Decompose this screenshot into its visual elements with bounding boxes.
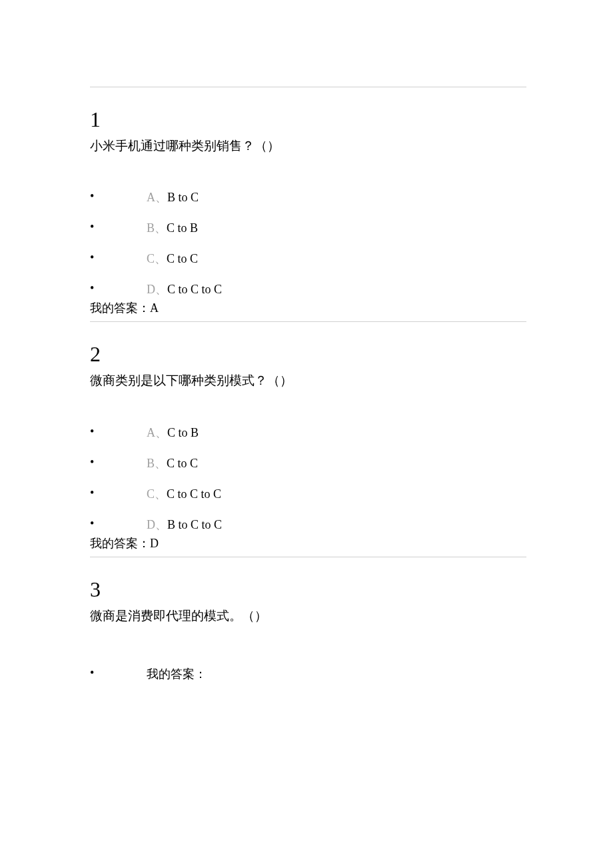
option-separator: 、: [155, 221, 167, 235]
option-item: B、C to C: [90, 455, 526, 471]
question-stem: 小米手机通过哪种类别销售？（）: [90, 136, 526, 156]
my-answer-label: 我的答案：: [90, 301, 150, 315]
option-list: A、B to C B、C to B C、C to C D、C to C to C: [90, 189, 526, 297]
top-horizontal-rule: [90, 87, 526, 87]
my-answer-value: D: [150, 537, 159, 550]
option-item: D、B to C to C: [90, 517, 526, 533]
option-item: C、C to C: [90, 251, 526, 267]
question-block-1: 1 小米手机通过哪种类别销售？（） A、B to C B、C to B C、C …: [90, 107, 526, 322]
my-answer-label: 我的答案：: [147, 667, 207, 681]
question-number: 2: [90, 342, 526, 367]
my-answer-row: 我的答案：: [90, 666, 526, 682]
option-letter: B: [147, 457, 155, 470]
option-item: C、C to C to C: [90, 486, 526, 502]
option-item: A、C to B: [90, 425, 526, 441]
option-item: A、B to C: [90, 189, 526, 205]
option-letter: D: [147, 518, 155, 531]
question-block-3: 3 微商是消费即代理的模式。（） 我的答案：: [90, 577, 526, 687]
question-number: 1: [90, 107, 526, 132]
option-text: C to B: [167, 221, 198, 235]
option-text: C to B: [167, 426, 199, 439]
option-item: B、C to B: [90, 220, 526, 236]
question-number: 3: [90, 577, 526, 602]
option-letter: A: [147, 426, 155, 439]
option-text: B to C: [167, 191, 199, 204]
option-separator: 、: [155, 426, 167, 439]
option-text: C to C to C: [167, 487, 221, 501]
option-separator: 、: [155, 457, 167, 470]
option-separator: 、: [155, 191, 167, 204]
question-stem: 微商是消费即代理的模式。（）: [90, 606, 526, 626]
option-letter: C: [147, 252, 155, 265]
option-text: C to C to C: [167, 283, 222, 296]
option-text: C to C: [167, 252, 198, 265]
my-answer-line: 我的答案：D: [90, 535, 526, 551]
option-letter: C: [147, 487, 155, 501]
option-separator: 、: [155, 518, 167, 531]
option-separator: 、: [155, 252, 167, 265]
option-separator: 、: [155, 487, 167, 501]
option-item: D、C to C to C: [90, 281, 526, 297]
question-stem: 微商类别是以下哪种类别模式？（）: [90, 371, 526, 391]
option-letter: B: [147, 221, 155, 235]
option-text: C to C: [167, 457, 198, 470]
option-text: B to C to C: [167, 518, 222, 531]
option-letter: D: [147, 283, 155, 296]
my-answer-label: 我的答案：: [90, 537, 150, 550]
option-separator: 、: [155, 283, 167, 296]
option-letter: A: [147, 191, 155, 204]
option-list: A、C to B B、C to C C、C to C to C D、B to C…: [90, 425, 526, 533]
question-block-2: 2 微商类别是以下哪种类别模式？（） A、C to B B、C to C C、C…: [90, 342, 526, 557]
my-answer-line: 我的答案：A: [90, 300, 526, 316]
my-answer-value: A: [150, 301, 159, 315]
